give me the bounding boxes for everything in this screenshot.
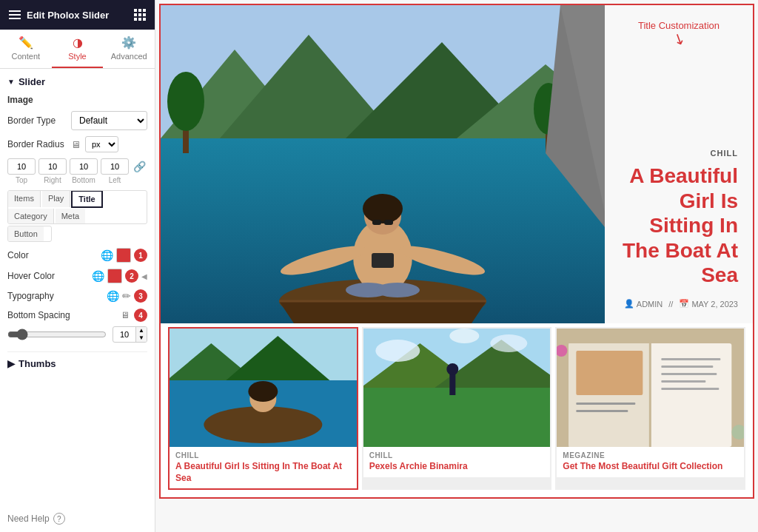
thumb-item-1[interactable]: CHILL A Beautiful Girl Is Sitting In The… (168, 327, 358, 490)
calendar-icon: 📅 (679, 299, 689, 309)
typography-controls: 🌐 ✏ 3 (107, 289, 147, 303)
svg-rect-55 (577, 410, 628, 412)
typography-label: Typography (7, 291, 102, 301)
svg-rect-17 (372, 220, 381, 225)
tab-content[interactable]: ✏️ Content (0, 30, 52, 68)
svg-rect-18 (384, 220, 393, 225)
thumbs-arrow: ▶ (7, 358, 15, 369)
author-text: ADMIN (637, 300, 663, 309)
globe-icon-color[interactable]: 🌐 (101, 249, 113, 261)
panel-body: ▼ Slider Image Border Type Default Borde… (0, 69, 155, 505)
tab-bar: ✏️ Content ◑ Style ⚙️ Advanced (0, 30, 155, 69)
svg-point-40 (446, 363, 458, 375)
radius-right-input[interactable]: 10 (38, 158, 67, 175)
need-help-label: Need Help (7, 514, 50, 524)
author-meta: 👤 ADMIN (624, 299, 663, 309)
stepper-arrows: ▲ ▼ (135, 327, 147, 342)
tab-advanced-label: Advanced (111, 52, 147, 61)
thumb-cat-1: CHILL (175, 451, 351, 459)
thumb-title-1: A Beautiful Girl Is Sitting In The Boat … (175, 461, 351, 484)
svg-rect-53 (577, 351, 643, 395)
thumb-info-3: MEGAZINE Get The Most Beautiful Gift Col… (557, 447, 744, 477)
tab-style[interactable]: ◑ Style (52, 30, 104, 68)
thumbs-label: Thumbs (19, 358, 56, 369)
slider-section-label: Slider (19, 76, 45, 87)
link-icon[interactable]: 🔗 (133, 161, 146, 172)
radius-left-input[interactable]: 10 (101, 158, 129, 175)
meta-sep-1: // (668, 300, 673, 309)
svg-point-16 (375, 283, 420, 297)
item-tab-play[interactable]: Play (42, 191, 70, 207)
date-meta: 📅 MAY 2, 2023 (679, 299, 738, 309)
svg-rect-52 (662, 388, 720, 390)
spacing-slider[interactable] (7, 329, 107, 340)
badge-4: 4 (134, 309, 147, 322)
tooltip-arrow: ↘ (670, 29, 688, 47)
thumb-image-2 (363, 329, 551, 447)
top-label: Top (7, 176, 36, 184)
border-type-select[interactable]: Default (71, 111, 147, 130)
border-radius-label-row: Border Radius 🖥 px (7, 136, 147, 152)
svg-point-43 (449, 329, 479, 343)
globe-icon-typography[interactable]: 🌐 (107, 290, 119, 302)
svg-marker-8 (279, 301, 486, 323)
thumb-item-2[interactable]: CHILL Pexels Archie Binamira (362, 327, 552, 490)
border-radius-unit[interactable]: px (85, 136, 118, 152)
spacing-row: Bottom Spacing 🖥 4 10 ▲ ▼ (7, 309, 147, 343)
spacing-input[interactable]: 10 (113, 329, 135, 340)
svg-rect-36 (363, 388, 551, 447)
color-label: Color (7, 250, 96, 260)
advanced-icon: ⚙️ (121, 36, 136, 50)
item-tab-title[interactable]: Title (71, 190, 102, 208)
thumb-title-2: Pexels Archie Binamira (369, 461, 545, 473)
header-left: Edit Pholox Slider (9, 10, 109, 21)
main-slider: Title Customization ↘ CHILL A Beautiful … (159, 4, 754, 499)
radius-top-input[interactable]: 10 (7, 158, 36, 175)
color-swatch[interactable] (116, 248, 131, 263)
item-tab-category[interactable]: Category (8, 209, 54, 223)
spacing-label-row: Bottom Spacing 🖥 4 (7, 309, 147, 322)
stepper-up[interactable]: ▲ (136, 327, 147, 334)
svg-point-12 (363, 194, 403, 223)
slide-meta: 👤 ADMIN // 📅 MAY 2, 2023 (624, 299, 738, 309)
monitor-icon-border: 🖥 (71, 139, 81, 150)
border-radius-row: Border Radius 🖥 px 10 10 10 10 🔗 Top Rig… (7, 136, 147, 184)
badge-2: 2 (125, 269, 138, 283)
thumb-image-1 (170, 329, 357, 447)
thumb-cat-3: MEGAZINE (563, 451, 738, 459)
item-tab-meta[interactable]: Meta (56, 209, 85, 223)
left-panel: Edit Pholox Slider ✏️ Content ◑ Style ⚙️… (0, 0, 155, 532)
slide-category: CHILL (711, 149, 738, 158)
hover-color-controls: 🌐 2 ◀ (92, 269, 147, 283)
svg-rect-20 (372, 253, 394, 268)
item-tab-button[interactable]: Button (8, 226, 44, 241)
bottom-spacing-label: Bottom Spacing (7, 310, 116, 320)
need-help[interactable]: Need Help ? (0, 505, 155, 532)
thumb-item-3[interactable]: MEGAZINE Get The Most Beautiful Gift Col… (555, 327, 745, 490)
grid-icon[interactable] (134, 9, 146, 21)
slider-arrow: ▼ (7, 78, 15, 86)
svg-point-41 (375, 340, 420, 362)
title-tooltip: Title Customization ↘ (638, 20, 720, 46)
stepper-down[interactable]: ▼ (136, 334, 147, 342)
right-content: Title Customization ↘ CHILL A Beautiful … (155, 0, 758, 532)
color-row: Color 🌐 1 (7, 248, 147, 263)
hamburger-icon[interactable] (9, 10, 21, 19)
tab-advanced[interactable]: ⚙️ Advanced (103, 30, 155, 68)
thumb-info-1: CHILL A Beautiful Girl Is Sitting In The… (170, 447, 357, 488)
radius-bottom-input[interactable]: 10 (70, 158, 98, 175)
user-icon: 👤 (624, 299, 634, 309)
panel-title: Edit Pholox Slider (27, 10, 109, 21)
main-slide-image (161, 5, 605, 323)
item-tab-items[interactable]: Items (8, 191, 41, 207)
globe-icon-hover[interactable]: 🌐 (92, 270, 104, 282)
slide-info: Title Customization ↘ CHILL A Beautiful … (605, 5, 753, 323)
pencil-icon[interactable]: ✏ (122, 290, 131, 302)
svg-point-34 (248, 381, 278, 402)
hover-color-row: Hover Color 🌐 2 ◀ (7, 269, 147, 283)
hover-color-swatch[interactable] (107, 269, 122, 283)
border-type-row: Border Type Default (7, 111, 147, 130)
spacing-stepper: 10 ▲ ▼ (113, 326, 147, 343)
panel-header: Edit Pholox Slider (0, 0, 155, 30)
thumbs-section[interactable]: ▶ Thumbs (7, 351, 147, 375)
